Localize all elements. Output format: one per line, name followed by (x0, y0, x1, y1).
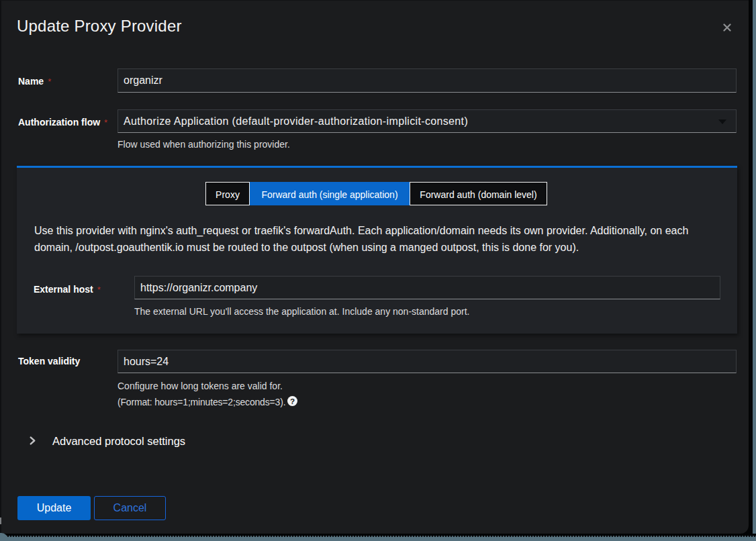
svg-text:?: ? (290, 397, 295, 405)
